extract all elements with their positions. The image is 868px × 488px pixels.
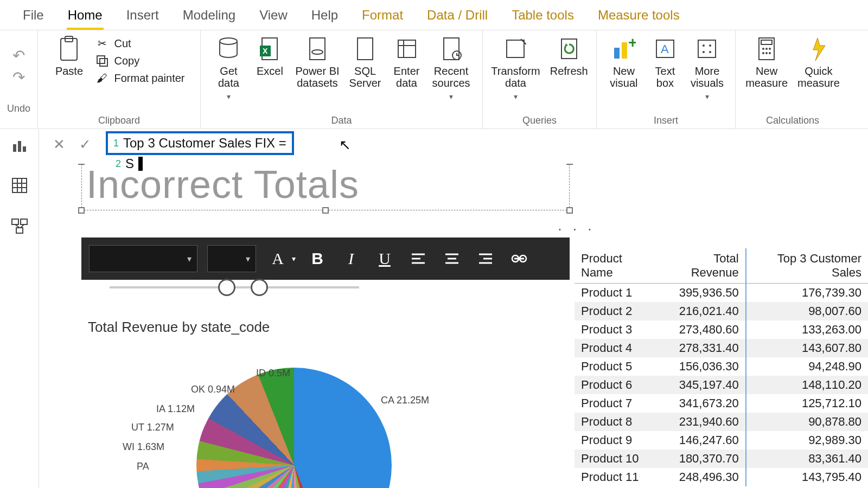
resize-handle[interactable]	[322, 207, 329, 214]
font-size-select[interactable]	[207, 245, 256, 272]
table-row[interactable]: Product 10180,370.7083,361.40	[575, 450, 868, 468]
cell-top3: 133,263.00	[746, 320, 868, 339]
cell-product: Product 8	[575, 413, 659, 431]
svg-rect-8	[310, 38, 325, 60]
cell-top3: 98,007.60	[746, 302, 868, 320]
chevron-down-icon: ▾	[227, 92, 231, 101]
date-slicer[interactable]	[110, 286, 359, 288]
tab-home[interactable]: Home	[56, 1, 114, 29]
visual-more-options-button[interactable]: · · ·	[558, 220, 595, 237]
get-data-button[interactable]: Get data▾	[209, 34, 247, 103]
svg-rect-39	[12, 178, 27, 192]
excel-button[interactable]: XExcel	[251, 34, 289, 79]
table-row[interactable]: Product 3273,480.60133,263.00	[575, 320, 868, 339]
more-visuals-button[interactable]: More visuals▾	[687, 34, 727, 103]
sql-icon	[352, 36, 378, 62]
tab-insert[interactable]: Insert	[114, 1, 171, 29]
transform-data-button[interactable]: Transform data▾	[488, 34, 543, 103]
tab-table-tools[interactable]: Table tools	[500, 1, 586, 29]
tab-view[interactable]: View	[247, 1, 299, 29]
table-row[interactable]: Product 11248,496.30143,795.40	[575, 468, 868, 486]
resize-handle[interactable]	[78, 207, 85, 214]
tab-modeling[interactable]: Modeling	[171, 1, 247, 29]
svg-point-33	[762, 52, 764, 54]
new-visual-button[interactable]: +New visual	[605, 34, 643, 91]
tab-format[interactable]: Format	[350, 1, 415, 29]
queries-group-label: Queries	[522, 114, 557, 126]
svg-point-35	[769, 52, 771, 54]
ribbon: ↶ ↷ Undo Paste ✂Cut Copy 🖌Format painter…	[0, 30, 868, 129]
cell-top3: 83,361.40	[746, 450, 868, 468]
table-row[interactable]: Product 5156,036.3094,248.90	[575, 357, 868, 376]
cell-product: Product 1	[575, 284, 659, 303]
cell-product: Product 2	[575, 302, 659, 320]
model-view-button[interactable]	[9, 215, 30, 236]
cell-product: Product 3	[575, 320, 659, 339]
table-row[interactable]: Product 9146,247.6092,989.30	[575, 431, 868, 450]
sql-server-button[interactable]: SQL Server	[346, 34, 385, 91]
col-top3-sales[interactable]: Top 3 Customer Sales	[746, 248, 868, 284]
copy-button[interactable]: Copy	[94, 53, 184, 68]
text-box-button[interactable]: AText box	[646, 34, 684, 91]
cell-product: Product 5	[575, 357, 659, 376]
copy-icon	[94, 53, 110, 68]
undo-button[interactable]: ↶	[8, 44, 30, 66]
italic-button[interactable]: I	[339, 247, 363, 271]
pbi-datasets-button[interactable]: Power BI datasets	[292, 34, 342, 91]
data-group-label: Data	[331, 114, 352, 126]
svg-rect-10	[358, 38, 373, 60]
redo-button[interactable]: ↷	[8, 66, 30, 88]
report-view-button[interactable]	[9, 134, 30, 156]
more-visuals-icon	[694, 36, 720, 62]
font-color-button[interactable]: A	[266, 247, 290, 271]
table-row[interactable]: Product 6345,197.40148,110.20	[575, 376, 868, 394]
enter-data-button[interactable]: Enter data	[388, 34, 426, 91]
bold-button[interactable]: B	[305, 247, 329, 271]
underline-button[interactable]: U	[373, 247, 397, 271]
table-row[interactable]: Product 8231,940.6090,878.80	[575, 413, 868, 431]
data-view-button[interactable]	[9, 175, 30, 196]
svg-rect-17	[561, 39, 577, 59]
line-number-1: 1	[113, 138, 119, 149]
cell-revenue: 273,480.60	[659, 320, 746, 339]
paste-button[interactable]: Paste	[50, 34, 88, 79]
cell-product: Product 10	[575, 450, 659, 468]
quick-measure-button[interactable]: Quick measure	[794, 34, 843, 91]
formula-editor[interactable]: 1Top 3 Customer Sales FIX = 2S	[106, 131, 294, 171]
col-total-revenue[interactable]: Total Revenue	[659, 248, 746, 284]
product-table-visual[interactable]: Product Name Total Revenue Top 3 Custome…	[575, 248, 868, 486]
svg-text:A: A	[661, 42, 669, 56]
slider-thumb-start[interactable]	[218, 279, 235, 296]
svg-rect-36	[13, 144, 16, 152]
recent-sources-button[interactable]: Recent sources▾	[429, 34, 474, 103]
cell-revenue: 278,331.40	[659, 339, 746, 357]
align-center-button[interactable]	[440, 247, 464, 271]
chevron-down-icon: ▾	[449, 92, 453, 101]
svg-text:X: X	[263, 47, 268, 55]
col-product-name[interactable]: Product Name	[575, 248, 659, 284]
table-row[interactable]: Product 4278,331.40143,607.80	[575, 339, 868, 357]
tab-file[interactable]: File	[11, 1, 56, 29]
formula-commit-button[interactable]: ✓	[72, 131, 98, 157]
table-row[interactable]: Product 2216,021.4098,007.60	[575, 302, 868, 320]
tab-data-drill[interactable]: Data / Drill	[415, 1, 500, 29]
resize-handle[interactable]	[566, 207, 573, 214]
font-family-select[interactable]	[89, 245, 197, 272]
slider-thumb-end[interactable]	[251, 279, 268, 296]
cut-button[interactable]: ✂Cut	[94, 36, 184, 51]
align-right-button[interactable]	[474, 247, 497, 271]
cell-product: Product 7	[575, 394, 659, 413]
hyperlink-button[interactable]	[507, 247, 531, 271]
table-row[interactable]: Product 7341,673.20125,712.10	[575, 394, 868, 413]
align-left-button[interactable]	[406, 247, 430, 271]
tab-measure-tools[interactable]: Measure tools	[586, 1, 692, 29]
new-measure-button[interactable]: New measure	[742, 34, 791, 91]
formula-cancel-button[interactable]: ✕	[46, 131, 72, 157]
line-number-2: 2	[116, 158, 121, 170]
table-row[interactable]: Product 1395,936.50176,739.30	[575, 284, 868, 303]
formula-line1-text: Top 3 Customer Sales FIX =	[123, 136, 286, 151]
tab-help[interactable]: Help	[299, 1, 350, 29]
format-painter-button[interactable]: 🖌Format painter	[94, 70, 184, 86]
cell-top3: 92,989.30	[746, 431, 868, 450]
refresh-button[interactable]: Refresh	[547, 34, 591, 79]
